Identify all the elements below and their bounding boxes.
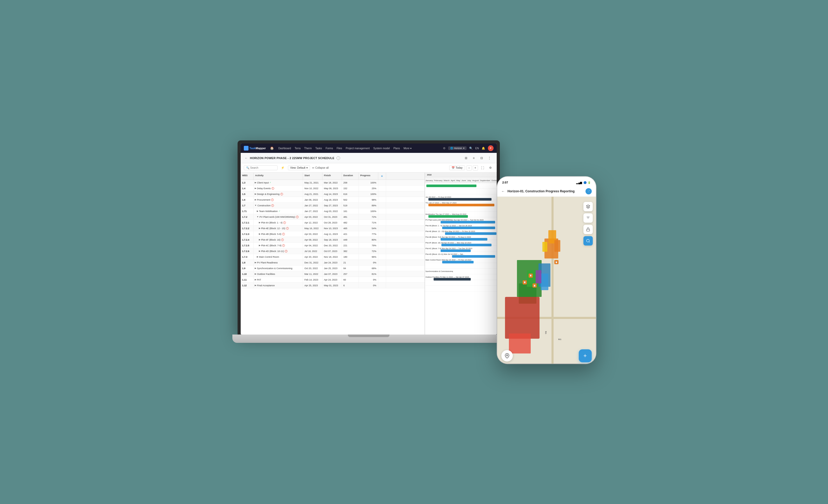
- cell-activity: ▼ Construction !: [254, 203, 303, 208]
- expand-icon[interactable]: ▼: [255, 204, 257, 207]
- bar-row-2: [425, 189, 497, 195]
- cell-activity: ▶ Plot-4E (Block: 12 - 15) !: [254, 225, 303, 231]
- nav-item-therm[interactable]: Therm: [304, 147, 312, 150]
- cell-finish: Mar 18, 2022: [323, 180, 342, 185]
- nav-bell-icon[interactable]: 🔔: [482, 146, 485, 150]
- expand-icon[interactable]: ▶: [259, 233, 260, 235]
- table-row: 1.3 ▶ Client Input ✓ May 21, 2021 Mar 18…: [241, 180, 424, 185]
- col-wbs: WBS: [241, 173, 254, 180]
- nav-item-forms[interactable]: Forms: [326, 147, 333, 150]
- cell-start: Apr 04, 2022: [303, 243, 323, 248]
- user-avatar[interactable]: P: [488, 145, 494, 151]
- more-options-icon[interactable]: ⋮: [486, 155, 493, 161]
- expand-icon[interactable]: ▶: [257, 210, 258, 212]
- expand-icon[interactable]: ▶: [255, 261, 256, 264]
- settings-button[interactable]: ⚙: [487, 165, 494, 171]
- warning-icon: !: [296, 216, 299, 218]
- warning-icon: !: [271, 204, 274, 207]
- expand-icon[interactable]: ▶: [259, 221, 260, 224]
- expand-icon[interactable]: ▶: [259, 239, 260, 241]
- svg-line-6: [589, 242, 590, 242]
- zoom-in-button[interactable]: +: [473, 165, 478, 170]
- nav-right: ⚙ 🌐 Horizon ▾ 🔍 EN 🔔 P: [443, 145, 494, 151]
- view-list-icon[interactable]: ≡: [471, 155, 477, 161]
- cell-start: Dec 31, 2022: [303, 260, 323, 265]
- info-icon[interactable]: i: [336, 156, 340, 160]
- expand-icon[interactable]: ▶: [259, 250, 260, 252]
- home-icon[interactable]: 🏠: [270, 146, 274, 150]
- filter-button[interactable]: ⚡: [280, 165, 286, 171]
- expand-icon[interactable]: ▶: [259, 244, 260, 247]
- cell-duration: 519: [342, 203, 359, 208]
- cell-start: Apr 20, 2022: [303, 254, 323, 259]
- table-row: 1.7.2.1 ▶ Plot-4A (Block: 1 - 4) ! Apr 1…: [241, 220, 424, 225]
- nav-item-files[interactable]: Files: [336, 147, 342, 150]
- laptop-screen-outer: TaskMapper 🏠 Dashboard Terra Therm Tasks…: [238, 140, 500, 335]
- gear-icon[interactable]: ⚙: [443, 146, 446, 150]
- warning-icon: !: [283, 221, 286, 224]
- activity-name: Plot-4C (Block: 7-9): [261, 244, 282, 247]
- map-search-button[interactable]: [583, 236, 593, 246]
- nav-item-terra[interactable]: Terra: [295, 147, 301, 150]
- fullscreen-button[interactable]: ⛶: [480, 165, 486, 171]
- project-header: ← HORIZON POWER PHASE - 2 225MW PROJECT …: [241, 153, 497, 163]
- cell-duration: 152: [342, 185, 359, 191]
- expand-icon[interactable]: ▶: [255, 284, 256, 287]
- cell-progress: 81%: [359, 271, 378, 277]
- cell-add: [378, 237, 386, 242]
- gantt-table-header: WBS Activity Start Finish Duration Progr…: [241, 173, 424, 180]
- nav-items: Dashboard Terra Therm Tasks Forms Files …: [278, 147, 412, 150]
- view-dropdown-chevron: ▾: [306, 166, 308, 169]
- cell-activity: ▶ Plot-4B (Block: 5-8) !: [254, 231, 303, 237]
- cell-wbs: 1.8: [241, 260, 254, 265]
- filter-map-button[interactable]: [583, 213, 593, 223]
- nav-item-tasks[interactable]: Tasks: [316, 147, 322, 150]
- phone-back-button[interactable]: ←: [501, 189, 505, 193]
- cell-wbs: 1.7.2.2: [241, 225, 254, 231]
- phone-location-button[interactable]: [501, 350, 513, 362]
- expand-icon[interactable]: ▶: [255, 193, 256, 195]
- cell-start: Mar 11, 2022: [303, 271, 323, 277]
- layers-button[interactable]: [583, 202, 593, 211]
- nav-item-dashboard[interactable]: Dashboard: [278, 147, 291, 150]
- bar-row-11: Plot-4F (Block: 16) Sat Apr 09 2022 — Mo…: [425, 240, 497, 246]
- search-input[interactable]: [250, 166, 275, 169]
- collapse-all-button[interactable]: ⇔ Collapse all: [312, 166, 329, 169]
- bar-date-label: Outdoor Facilities Fri Mar 11 2022 — Sat…: [425, 276, 469, 278]
- cell-add: [378, 254, 386, 259]
- month-jan: January: [425, 178, 433, 182]
- bar-date-label: Plot-4C (Block: 7-9) Mon Apr 04 2022 — T…: [425, 248, 472, 249]
- view-dropdown[interactable]: View: Default ▾: [288, 165, 310, 170]
- expand-icon[interactable]: ▶: [255, 273, 256, 275]
- expand-icon[interactable]: ▶: [255, 199, 256, 201]
- expand-icon[interactable]: ▶: [255, 181, 256, 184]
- phone-add-button[interactable]: +: [579, 349, 592, 362]
- cell-wbs: 1.7.2.6: [241, 248, 254, 254]
- nav-item-plans[interactable]: Plans: [394, 147, 400, 150]
- nav-search-icon[interactable]: 🔍: [469, 146, 473, 150]
- search-box[interactable]: 🔍: [244, 165, 278, 170]
- workspace-selector[interactable]: 🌐 Horizon ▾: [448, 146, 466, 150]
- expand-icon[interactable]: ▶: [257, 256, 258, 258]
- expand-icon[interactable]: ▶: [255, 279, 256, 281]
- activity-name: PV Plant Readiness: [257, 261, 278, 264]
- activity-name: Client Input: [257, 181, 269, 184]
- view-grid-icon[interactable]: ⊞: [463, 155, 469, 161]
- expand-icon[interactable]: ▶: [255, 267, 256, 269]
- gantt-chart-body: Jan 08 2022 — Fri Aug 18 2023 Thu Jan 27…: [425, 183, 497, 335]
- today-button[interactable]: 📅 Today: [449, 165, 465, 170]
- svg-point-7: [506, 355, 508, 356]
- expand-icon[interactable]: ▶: [255, 187, 256, 190]
- zoom-out-button[interactable]: −: [466, 165, 472, 170]
- back-button[interactable]: ←: [245, 156, 248, 160]
- nav-item-more[interactable]: More ▾: [404, 147, 412, 150]
- view-split-icon[interactable]: ⊟: [479, 155, 485, 161]
- expand-icon[interactable]: ▼: [257, 216, 259, 218]
- nav-item-system-model[interactable]: System model: [373, 147, 390, 150]
- cell-duration: 449: [342, 237, 359, 242]
- warning-icon: !: [282, 244, 285, 247]
- col-add[interactable]: +: [378, 173, 386, 180]
- lock-button[interactable]: [583, 225, 593, 234]
- expand-icon[interactable]: ▶: [259, 227, 260, 229]
- nav-item-proj-mgmt[interactable]: Project management: [346, 147, 370, 150]
